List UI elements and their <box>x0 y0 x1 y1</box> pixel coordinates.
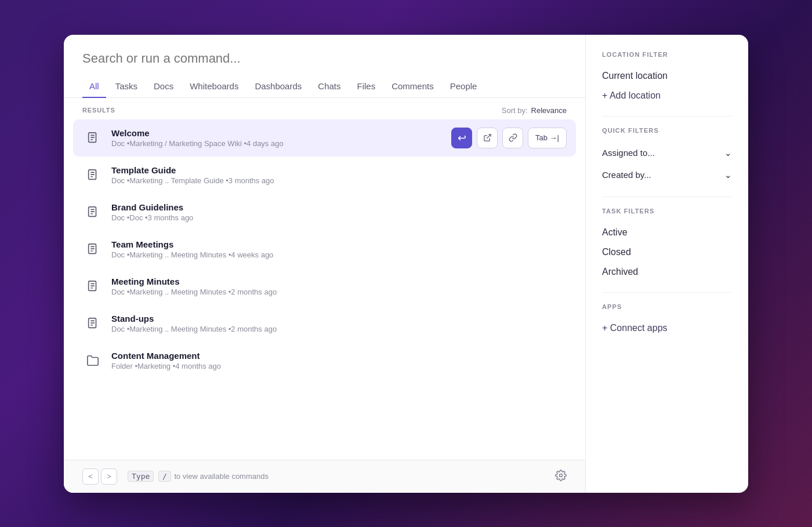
settings-button[interactable] <box>555 470 567 484</box>
current-location-filter[interactable]: Current location <box>602 66 732 86</box>
item-title: Stand-ups <box>111 314 567 324</box>
item-meta: Doc •Marketing .. Template Guide •3 mont… <box>111 176 567 185</box>
tab-comments[interactable]: Comments <box>385 75 441 98</box>
item-actions: ↩Tab →| <box>451 128 567 148</box>
task-filter-active[interactable]: Active <box>602 223 732 242</box>
tabs-area: AllTasksDocsWhiteboardsDashboardsChatsFi… <box>64 75 585 98</box>
hint-type: Type <box>128 471 154 482</box>
search-area <box>64 35 585 75</box>
created-by-label: Created by... <box>602 170 651 180</box>
tab-whiteboards[interactable]: Whiteboards <box>183 75 245 98</box>
search-modal: AllTasksDocsWhiteboardsDashboardsChatsFi… <box>64 35 748 493</box>
tab-people[interactable]: People <box>443 75 484 98</box>
footer-nav: < > <box>82 468 117 485</box>
right-panel: LOCATION FILTER Current location + Add l… <box>586 35 748 493</box>
enter-button[interactable]: ↩ <box>451 128 472 148</box>
item-content: Stand-upsDoc •Marketing .. Meeting Minut… <box>111 314 567 333</box>
tab-tasks[interactable]: Tasks <box>108 75 144 98</box>
task-filters-title: TASK FILTERS <box>602 208 732 215</box>
search-input[interactable] <box>82 51 567 66</box>
tab-files[interactable]: Files <box>350 75 383 98</box>
doc-icon <box>82 165 103 186</box>
item-title: Template Guide <box>111 165 567 175</box>
tab-all[interactable]: All <box>82 75 106 98</box>
sort-area: Sort by: Relevance <box>502 106 567 115</box>
folder-icon <box>82 350 103 371</box>
list-item[interactable]: Content ManagementFolder •Marketing •4 m… <box>73 342 576 379</box>
item-meta: Doc •Marketing / Marketing Space Wiki •4… <box>111 139 451 148</box>
assigned-to-dropdown[interactable]: Assigned to... ⌄ <box>602 142 732 164</box>
hint-text: to view available commands <box>174 472 269 481</box>
item-meta: Doc •Marketing .. Meeting Minutes •2 mon… <box>111 325 567 333</box>
nav-next-button[interactable]: > <box>101 468 117 485</box>
item-content: Brand GuidelinesDoc •Doc •3 months ago <box>111 202 567 222</box>
item-title: Welcome <box>111 128 451 138</box>
created-by-dropdown[interactable]: Created by... ⌄ <box>602 164 732 186</box>
list-item[interactable]: WelcomeDoc •Marketing / Marketing Space … <box>73 119 576 157</box>
tab-chats[interactable]: Chats <box>311 75 347 98</box>
assigned-to-chevron-icon: ⌄ <box>724 148 732 158</box>
task-filter-archived[interactable]: Archived <box>602 262 732 282</box>
list-item[interactable]: Template GuideDoc •Marketing .. Template… <box>73 157 576 194</box>
footer: < > Type / to view available commands <box>64 460 585 493</box>
divider-1 <box>602 116 732 117</box>
tabs-container: AllTasksDocsWhiteboardsDashboardsChatsFi… <box>82 75 567 97</box>
sort-by-label: Sort by: <box>502 106 528 115</box>
item-meta: Doc •Doc •3 months ago <box>111 213 567 222</box>
list-item[interactable]: Team MeetingsDoc •Marketing .. Meeting M… <box>73 231 576 268</box>
doc-icon <box>82 313 103 334</box>
task-filter-closed[interactable]: Closed <box>602 242 732 262</box>
tab-dashboards[interactable]: Dashboards <box>248 75 309 98</box>
copy-link-button[interactable] <box>502 128 523 148</box>
item-title: Brand Guidelines <box>111 202 567 212</box>
item-title: Meeting Minutes <box>111 277 567 286</box>
svg-line-1 <box>487 135 491 139</box>
item-title: Content Management <box>111 351 567 361</box>
tab-docs[interactable]: Docs <box>147 75 180 98</box>
list-item[interactable]: Brand GuidelinesDoc •Doc •3 months ago <box>73 194 576 231</box>
doc-icon <box>82 276 103 297</box>
footer-hint: Type / to view available commands <box>126 472 555 481</box>
nav-prev-button[interactable]: < <box>82 468 99 485</box>
item-content: Team MeetingsDoc •Marketing .. Meeting M… <box>111 239 567 259</box>
doc-icon <box>82 128 103 148</box>
quick-filters-title: QUICK FILTERS <box>602 127 732 134</box>
divider-2 <box>602 197 732 197</box>
results-list: WelcomeDoc •Marketing / Marketing Space … <box>64 119 585 460</box>
item-content: Template GuideDoc •Marketing .. Template… <box>111 165 567 185</box>
doc-icon <box>82 239 103 260</box>
sort-value[interactable]: Relevance <box>531 106 567 115</box>
list-item[interactable]: Stand-upsDoc •Marketing .. Meeting Minut… <box>73 305 576 342</box>
left-panel: AllTasksDocsWhiteboardsDashboardsChatsFi… <box>64 35 586 493</box>
tab-button[interactable]: Tab →| <box>528 128 567 148</box>
created-by-chevron-icon: ⌄ <box>724 170 732 180</box>
svg-point-7 <box>560 474 563 477</box>
hint-slash: / <box>158 471 171 482</box>
add-location-filter[interactable]: + Add location <box>602 86 732 106</box>
item-meta: Doc •Marketing .. Meeting Minutes •2 mon… <box>111 288 567 296</box>
item-content: Meeting MinutesDoc •Marketing .. Meeting… <box>111 277 567 296</box>
results-header: RESULTS Sort by: Relevance <box>64 98 585 119</box>
item-title: Team Meetings <box>111 239 567 249</box>
item-meta: Doc •Marketing .. Meeting Minutes •4 wee… <box>111 250 567 259</box>
list-item[interactable]: Meeting MinutesDoc •Marketing .. Meeting… <box>73 268 576 305</box>
doc-icon <box>82 202 103 223</box>
apps-title: APPS <box>602 303 732 310</box>
assigned-to-label: Assigned to... <box>602 148 655 158</box>
item-content: Content ManagementFolder •Marketing •4 m… <box>111 351 567 370</box>
item-content: WelcomeDoc •Marketing / Marketing Space … <box>111 128 451 148</box>
results-label: RESULTS <box>82 107 115 114</box>
open-button[interactable] <box>477 128 498 148</box>
location-filter-title: LOCATION FILTER <box>602 51 732 58</box>
item-meta: Folder •Marketing •4 months ago <box>111 362 567 370</box>
connect-apps-button[interactable]: + Connect apps <box>602 318 732 338</box>
divider-3 <box>602 292 732 293</box>
